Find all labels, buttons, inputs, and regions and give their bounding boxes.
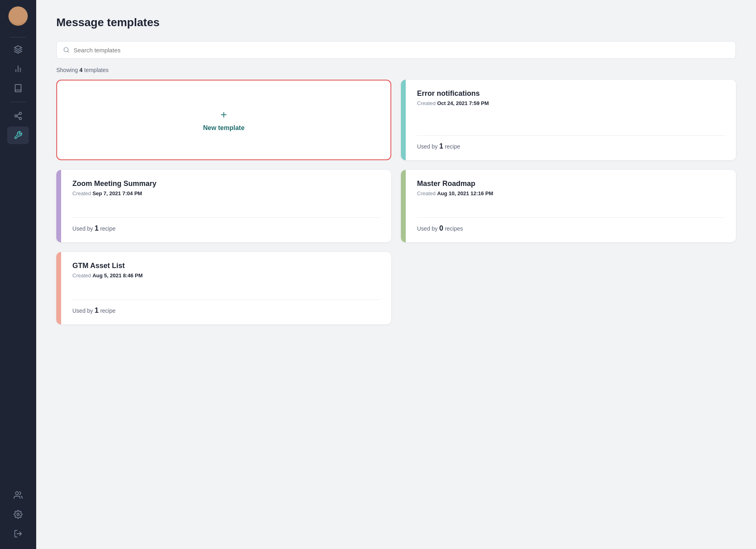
- sidebar-nav: [0, 41, 36, 144]
- template-card-accent: [56, 252, 61, 324]
- template-card-divider: [417, 217, 725, 218]
- template-card-accent: [401, 170, 406, 242]
- template-card-zoom-meeting-summary[interactable]: Zoom Meeting Summary Created Sep 7, 2021…: [56, 170, 391, 242]
- template-card-date: Created Aug 10, 2021 12:16 PM: [417, 190, 725, 196]
- template-card-date: Created Aug 5, 2021 8:46 PM: [72, 272, 380, 279]
- template-card-accent: [401, 80, 406, 160]
- new-template-card[interactable]: + New template: [56, 80, 391, 160]
- sidebar-divider-top: [10, 37, 26, 37]
- template-card-usage: Used by 1 recipe: [417, 142, 725, 151]
- sidebar-item-layers[interactable]: [7, 41, 29, 58]
- templates-grid: + New template Error notifications Creat…: [56, 80, 736, 324]
- template-card-error-notifications[interactable]: Error notifications Created Oct 24, 2021…: [401, 80, 736, 160]
- template-card-usage: Used by 1 recipe: [72, 224, 380, 233]
- sidebar-item-team[interactable]: [7, 486, 29, 504]
- search-icon: [63, 47, 70, 53]
- sidebar-bottom: [0, 486, 36, 543]
- search-input[interactable]: [74, 47, 729, 54]
- search-bar-container: [56, 41, 736, 59]
- template-card-body: Master Roadmap Created Aug 10, 2021 12:1…: [406, 170, 736, 242]
- main-content: Message templates Showing 4 templates + …: [36, 0, 756, 549]
- template-card-body: GTM Asset List Created Aug 5, 2021 8:46 …: [61, 252, 391, 324]
- template-card-body: Zoom Meeting Summary Created Sep 7, 2021…: [61, 170, 391, 242]
- svg-point-9: [16, 492, 18, 495]
- svg-line-8: [17, 114, 19, 116]
- sidebar-item-logout[interactable]: [7, 525, 29, 543]
- template-card-title: GTM Asset List: [72, 262, 380, 270]
- template-card-divider: [72, 299, 380, 300]
- template-card-divider: [72, 217, 380, 218]
- showing-text: Showing 4 templates: [56, 67, 736, 73]
- template-card-title: Master Roadmap: [417, 180, 725, 188]
- template-card-gtm-asset-list[interactable]: GTM Asset List Created Aug 5, 2021 8:46 …: [56, 252, 391, 324]
- template-card-usage: Used by 0 recipes: [417, 224, 725, 233]
- new-template-plus-icon: +: [220, 108, 227, 121]
- search-bar: [56, 41, 736, 59]
- template-card-accent: [56, 170, 61, 242]
- template-card-usage: Used by 1 recipe: [72, 306, 380, 315]
- svg-line-7: [17, 116, 19, 118]
- template-card-master-roadmap[interactable]: Master Roadmap Created Aug 10, 2021 12:1…: [401, 170, 736, 242]
- avatar[interactable]: [8, 6, 28, 26]
- sidebar-item-settings[interactable]: [7, 506, 29, 523]
- template-card-date: Created Sep 7, 2021 7:04 PM: [72, 190, 380, 196]
- sidebar: [0, 0, 36, 549]
- new-template-label: New template: [203, 124, 244, 132]
- template-card-title: Error notifications: [417, 89, 725, 98]
- sidebar-divider-mid: [10, 102, 26, 102]
- svg-marker-0: [14, 46, 22, 50]
- sidebar-item-share[interactable]: [7, 107, 29, 125]
- page-title: Message templates: [56, 16, 736, 29]
- sidebar-item-book[interactable]: [7, 79, 29, 97]
- svg-line-13: [68, 51, 69, 52]
- template-card-divider: [417, 135, 725, 136]
- template-card-title: Zoom Meeting Summary: [72, 180, 380, 188]
- sidebar-item-chart[interactable]: [7, 60, 29, 78]
- svg-point-10: [17, 513, 19, 516]
- template-card-body: Error notifications Created Oct 24, 2021…: [406, 80, 736, 160]
- template-card-date: Created Oct 24, 2021 7:59 PM: [417, 100, 725, 106]
- sidebar-item-wrench[interactable]: [7, 126, 29, 144]
